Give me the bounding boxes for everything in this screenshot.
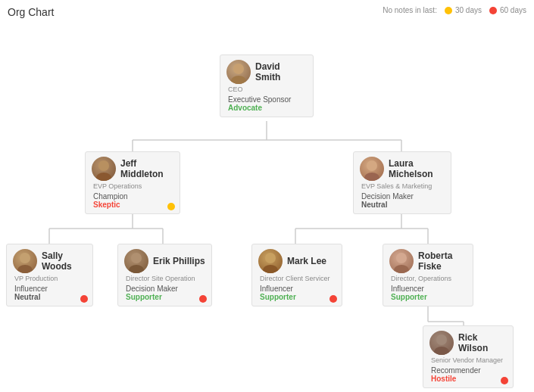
legend-prefix: No notes in last:	[383, 6, 437, 14]
avatar-rick	[429, 331, 454, 355]
legend-dot-30	[445, 7, 452, 14]
erik-name: Erik Phillips	[153, 256, 205, 266]
svg-point-25	[265, 253, 276, 263]
avatar-david	[226, 60, 251, 84]
svg-point-23	[131, 253, 142, 263]
legend-item-30: 30 days	[445, 6, 482, 14]
david-role: Executive Sponsor	[228, 95, 307, 104]
svg-point-30	[434, 347, 449, 355]
roberta-sentiment: Supporter	[391, 293, 467, 301]
svg-point-22	[17, 265, 33, 273]
page-title: Org Chart	[8, 6, 54, 18]
sally-title: VP Production	[14, 275, 86, 282]
erik-title: Director Site Operation	[126, 275, 205, 282]
svg-point-29	[436, 334, 447, 345]
svg-point-24	[129, 265, 144, 273]
avatar-sally	[13, 249, 37, 273]
mark-alert	[329, 295, 337, 303]
node-sally[interactable]: Sally Woods VP Production Influencer Neu…	[6, 244, 93, 306]
legend-item-60: 60 days	[489, 6, 526, 14]
avatar-erik	[124, 249, 148, 273]
svg-point-19	[367, 160, 377, 171]
svg-point-18	[96, 173, 111, 181]
node-roberta[interactable]: Roberta Fiske Director, Operations Influ…	[383, 244, 473, 306]
erik-role: Decision Maker	[126, 285, 205, 293]
svg-point-21	[20, 253, 30, 263]
svg-point-20	[364, 173, 379, 181]
legend-label-60: 60 days	[500, 6, 526, 14]
node-rick[interactable]: Rick Wilson Senior Vendor Manager Recomm…	[423, 325, 514, 388]
svg-point-17	[98, 160, 109, 171]
svg-point-26	[263, 265, 278, 273]
node-jeff[interactable]: Jeff Middleton EVP Operations Champion S…	[85, 151, 180, 214]
roberta-name: Roberta Fiske	[418, 250, 467, 272]
sally-alert	[80, 295, 88, 303]
erik-sentiment: Supporter	[126, 293, 205, 301]
roberta-role: Influencer	[391, 285, 467, 293]
sally-name: Sally Woods	[42, 250, 86, 272]
svg-point-16	[231, 76, 246, 84]
sally-sentiment: Neutral	[14, 293, 86, 301]
sally-role: Influencer	[14, 285, 86, 293]
rick-sentiment: Hostile	[431, 375, 507, 383]
rick-alert	[501, 377, 508, 384]
mark-sentiment: Supporter	[260, 293, 336, 301]
jeff-title: EVP Operations	[93, 182, 173, 190]
jeff-name: Jeff Middleton	[120, 158, 173, 179]
laura-title: EVP Sales & Marketing	[361, 182, 445, 190]
laura-sentiment: Neutral	[361, 201, 445, 209]
avatar-laura	[360, 157, 384, 181]
rick-name: Rick Wilson	[458, 332, 507, 353]
node-laura[interactable]: Laura Michelson EVP Sales & Marketing De…	[353, 151, 451, 214]
mark-title: Director Client Servicer	[260, 275, 336, 282]
mark-name: Mark Lee	[287, 256, 326, 266]
rick-title: Senior Vendor Manager	[431, 356, 507, 364]
laura-role: Decision Maker	[361, 192, 445, 201]
svg-point-27	[396, 253, 407, 263]
node-mark[interactable]: Mark Lee Director Client Servicer Influe…	[251, 244, 342, 306]
jeff-role: Champion	[93, 192, 173, 201]
jeff-alert	[167, 203, 175, 210]
legend-label-30: 30 days	[455, 6, 482, 14]
legend-dot-60	[489, 7, 497, 14]
node-david[interactable]: David Smith CEO Executive Sponsor Advoca…	[220, 54, 314, 117]
svg-point-28	[394, 265, 409, 273]
rick-role: Recommender	[431, 366, 507, 375]
avatar-roberta	[389, 249, 414, 273]
david-name: David Smith	[255, 61, 307, 82]
laura-name: Laura Michelson	[389, 158, 445, 179]
svg-point-15	[233, 64, 244, 74]
roberta-title: Director, Operations	[391, 275, 467, 282]
erik-alert	[199, 295, 207, 303]
org-chart: David Smith CEO Executive Sponsor Advoca…	[0, 23, 534, 392]
avatar-mark	[258, 249, 283, 273]
legend: No notes in last: 30 days 60 days	[383, 6, 526, 14]
david-sentiment: Advocate	[228, 104, 307, 112]
node-erik[interactable]: Erik Phillips Director Site Operation De…	[117, 244, 212, 306]
david-title: CEO	[228, 86, 307, 93]
mark-role: Influencer	[260, 285, 336, 293]
avatar-jeff	[92, 157, 116, 181]
jeff-sentiment: Skeptic	[93, 201, 173, 209]
